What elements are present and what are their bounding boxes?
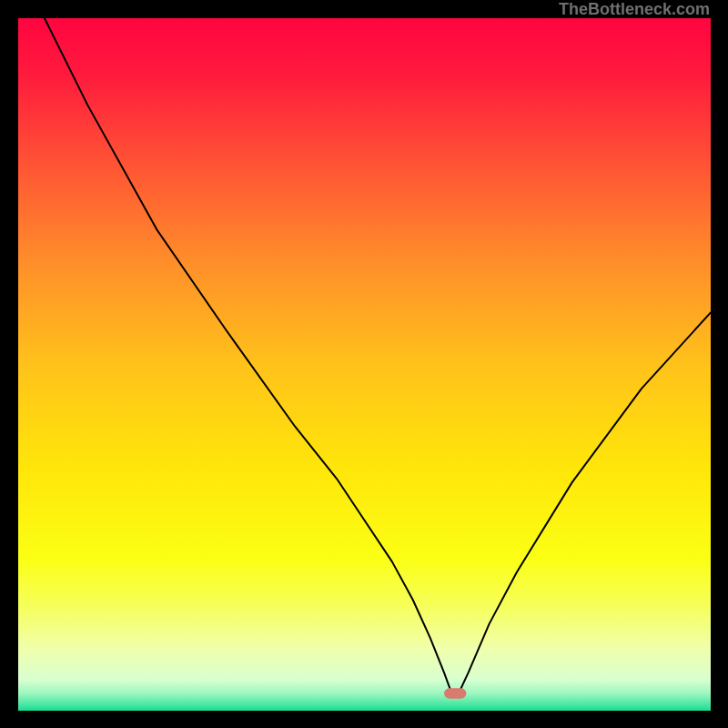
chart-gradient-bg bbox=[18, 18, 711, 711]
attribution-text: TheBottleneck.com bbox=[559, 0, 710, 18]
bottleneck-chart: TheBottleneck.com bbox=[0, 0, 728, 728]
optimal-marker bbox=[444, 688, 466, 698]
chart-canvas: TheBottleneck.com bbox=[0, 0, 728, 728]
